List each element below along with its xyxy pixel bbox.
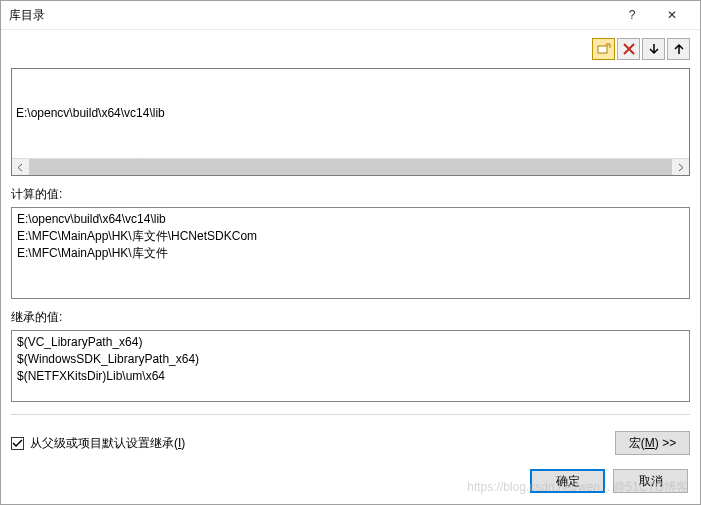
arrow-up-icon — [672, 42, 686, 56]
delete-icon — [622, 42, 636, 56]
titlebar: 库目录 ? ✕ — [1, 1, 700, 30]
scroll-left-icon[interactable] — [12, 159, 29, 176]
help-button[interactable]: ? — [612, 1, 652, 29]
library-directories-dialog: 库目录 ? ✕ E:\opencv\build\x64\vc14\lib E:\… — [0, 0, 701, 505]
list-item: E:\MFC\MainApp\HK\库文件 — [17, 245, 684, 262]
dialog-content: E:\opencv\build\x64\vc14\lib E:\MFC\Main… — [1, 30, 700, 505]
inherit-checkbox-wrap[interactable]: 从父级或项目默认设置继承(I) — [11, 435, 615, 452]
move-down-button[interactable] — [642, 38, 665, 60]
list-item: $(NETFXKitsDir)Lib\um\x64 — [17, 368, 684, 385]
editable-paths-list[interactable]: E:\opencv\build\x64\vc14\lib E:\MFC\Main… — [11, 68, 690, 176]
computed-values-label: 计算的值: — [11, 186, 690, 203]
close-button[interactable]: ✕ — [652, 1, 692, 29]
new-line-button[interactable] — [592, 38, 615, 60]
close-icon: ✕ — [667, 8, 677, 22]
delete-button[interactable] — [617, 38, 640, 60]
move-up-button[interactable] — [667, 38, 690, 60]
list-toolbar — [11, 36, 690, 64]
svg-rect-0 — [598, 46, 607, 53]
inherit-row: 从父级或项目默认设置继承(I) 宏(M) >> — [11, 427, 690, 455]
ok-button[interactable]: 确定 — [530, 469, 605, 493]
cancel-button[interactable]: 取消 — [613, 469, 688, 493]
scroll-right-icon[interactable] — [672, 159, 689, 176]
new-line-icon — [597, 42, 611, 56]
macros-button[interactable]: 宏(M) >> — [615, 431, 690, 455]
arrow-down-icon — [647, 42, 661, 56]
inherit-label: 从父级或项目默认设置继承(I) — [30, 435, 185, 452]
list-item: $(WindowsSDK_LibraryPath_x64) — [17, 351, 684, 368]
horizontal-scrollbar[interactable] — [12, 158, 689, 175]
scroll-track[interactable] — [29, 159, 672, 176]
inherit-checkbox[interactable] — [11, 437, 24, 450]
window-title: 库目录 — [9, 7, 612, 24]
list-item: $(VC_LibraryPath_x64) — [17, 334, 684, 351]
list-item[interactable]: E:\opencv\build\x64\vc14\lib — [16, 105, 685, 122]
computed-values-box[interactable]: E:\opencv\build\x64\vc14\lib E:\MFC\Main… — [11, 207, 690, 299]
dialog-button-bar: 确定 取消 — [11, 459, 690, 495]
inherited-values-label: 继承的值: — [11, 309, 690, 326]
divider — [11, 414, 690, 415]
check-icon — [12, 438, 23, 449]
inherited-values-box[interactable]: $(VC_LibraryPath_x64) $(WindowsSDK_Libra… — [11, 330, 690, 402]
list-item: E:\opencv\build\x64\vc14\lib — [17, 211, 684, 228]
list-item: E:\MFC\MainApp\HK\库文件\HCNetSDKCom — [17, 228, 684, 245]
scroll-thumb[interactable] — [29, 159, 672, 176]
